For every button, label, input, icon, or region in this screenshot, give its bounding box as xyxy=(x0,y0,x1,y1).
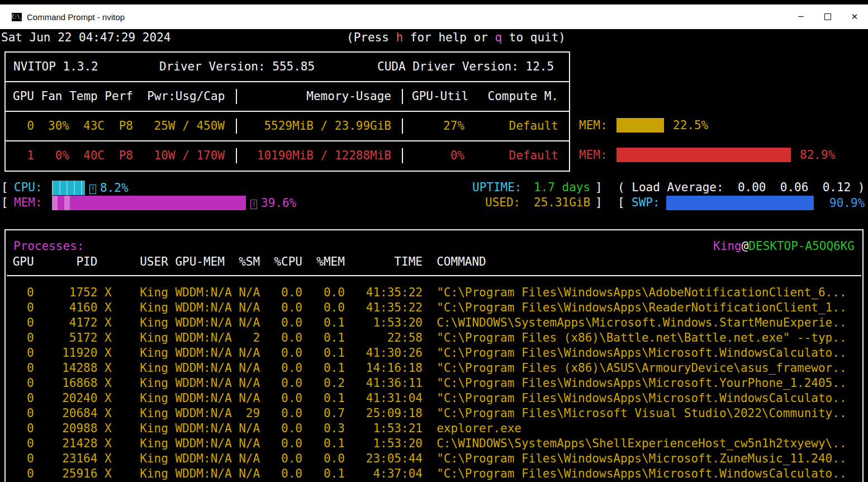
mem-percent: 39.6% xyxy=(261,196,296,210)
mem-gauge-label: MEM: xyxy=(579,111,608,140)
status-datetime: Sat Jun 22 04:47:29 2024 xyxy=(1,30,170,45)
user-host: King@DESKTOP-A5OQ6KG xyxy=(713,238,855,254)
help-key-h: h xyxy=(396,31,404,44)
process-row: 0 20684 X King WDDM:N/A 29 0.0 0.7 25:09… xyxy=(6,406,862,421)
mem-line: [ MEM: ?39.6% USED: 25.31GiB ] [ SWP: 90… xyxy=(0,195,868,210)
uptime-value: 1.7 days xyxy=(534,180,590,195)
processes-title-row: Processes: King@DESKTOP-A5OQ6KG xyxy=(6,238,862,254)
gpu-stats-header: GPU Fan Temp Perf Pwr:Usg/Cap xyxy=(6,89,236,104)
mem-percent: 82.9% xyxy=(800,148,835,162)
cpu-bar: ?8.2% xyxy=(52,181,454,195)
gpu-panel-title-row: NVITOP 1.3.2 Driver Version: 555.85 CUDA… xyxy=(6,53,569,81)
status-line: Sat Jun 22 04:47:29 2024 (Press h for he… xyxy=(0,30,868,45)
missing-glyph-icon: ? xyxy=(89,185,96,194)
process-row: 0 25916 X King WDDM:N/A N/A 0.0 0.1 4:37… xyxy=(6,466,862,481)
process-row: 0 21428 X King WDDM:N/A N/A 0.0 0.1 1:53… xyxy=(6,436,862,451)
compute-mode-header: Compute M. xyxy=(488,89,569,104)
username: King xyxy=(713,239,742,253)
process-row: 0 11920 X King WDDM:N/A N/A 0.0 0.1 41:3… xyxy=(6,346,862,361)
used-label: USED: xyxy=(485,195,520,210)
gpu0-mem-bar: 22.5% xyxy=(616,118,827,133)
mem-bar: ?39.6% xyxy=(52,196,542,210)
bracket: ] xyxy=(595,195,603,210)
driver-version: Driver Version: 555.85 xyxy=(159,53,315,81)
load-average: ( Load Average: 0.00 0.06 0.12 ) xyxy=(618,180,865,195)
window-controls: ─ ✕ xyxy=(788,4,868,29)
process-row: 0 4172 X King WDDM:N/A N/A 0.0 0.1 1:53:… xyxy=(6,315,862,330)
nvitop-version: NVITOP 1.3.2 xyxy=(13,53,98,81)
mem-label: MEM: xyxy=(14,195,42,210)
cpu-label: CPU: xyxy=(14,180,42,195)
cuda-version: CUDA Driver Version: 12.5 xyxy=(377,53,554,81)
cmd-prompt-icon: C:\_ xyxy=(12,13,22,21)
gpu-util-header: GPU-Util xyxy=(403,89,468,104)
processes-title: Processes: xyxy=(13,238,84,254)
gpu0-mem-gauge: MEM: 22.5% xyxy=(0,111,868,140)
process-row: 0 23164 X King WDDM:N/A N/A 0.0 0.0 23:0… xyxy=(6,451,862,466)
close-button[interactable]: ✕ xyxy=(841,4,868,29)
maximize-icon xyxy=(824,13,831,20)
process-row: 0 20988 X King WDDM:N/A N/A 0.0 0.3 1:53… xyxy=(6,421,862,436)
cpu-line: [ CPU: ?8.2% UPTIME: 1.7 days ] ( Load A… xyxy=(0,180,868,195)
process-row: 0 20240 X King WDDM:N/A N/A 0.0 0.1 41:3… xyxy=(6,391,862,406)
missing-glyph-icon: ? xyxy=(250,200,257,209)
process-rows: 0 1752 X King WDDM:N/A N/A 0.0 0.0 41:35… xyxy=(6,285,862,481)
hostname: DESKTOP-A5OQ6KG xyxy=(748,239,855,253)
window-titlebar[interactable]: C:\_ Command Prompt - nvitop ─ ✕ xyxy=(0,4,868,29)
swap-bar: 90.9% xyxy=(666,196,828,210)
gpu1-mem-gauge: MEM: 82.9% xyxy=(0,140,868,170)
process-row: 0 4160 X King WDDM:N/A N/A 0.0 0.0 41:35… xyxy=(6,300,862,315)
bracket: [ xyxy=(1,195,8,210)
cpu-percent: 8.2% xyxy=(100,181,129,195)
bracket: [ xyxy=(1,180,8,195)
mem-gauge-label: MEM: xyxy=(579,140,608,170)
process-row: 0 5172 X King WDDM:N/A 2 0.0 0.1 22:58 "… xyxy=(6,330,862,346)
bracket: ] xyxy=(595,180,603,195)
maximize-button[interactable] xyxy=(814,4,841,29)
window-title: Command Prompt - nvitop xyxy=(27,12,125,22)
memory-usage-header: Memory-Usage xyxy=(236,89,402,104)
process-row: 0 1752 X King WDDM:N/A N/A 0.0 0.0 41:35… xyxy=(6,285,862,300)
mem-percent: 22.5% xyxy=(673,119,708,132)
help-text: (Press h for help or q to quit) xyxy=(347,30,566,45)
process-header-line: GPU PID USER GPU-MEM %SM %CPU %MEM TIME … xyxy=(6,254,862,270)
terminal[interactable]: Sat Jun 22 04:47:29 2024 (Press h for he… xyxy=(0,29,868,482)
used-value: 25.31GiB xyxy=(534,195,590,210)
uptime-label: UPTIME: xyxy=(472,180,522,195)
swap-percent: 90.9% xyxy=(829,196,865,210)
minimize-button[interactable]: ─ xyxy=(788,4,814,29)
process-row: 0 16868 X King WDDM:N/A N/A 0.0 0.2 41:3… xyxy=(6,376,862,391)
bracket: [ xyxy=(618,195,625,210)
swap-label: SWP: xyxy=(632,195,660,210)
process-divider xyxy=(7,275,861,276)
gpu-table-header: GPU Fan Temp Perf Pwr:Usg/Cap Memory-Usa… xyxy=(6,81,569,111)
gpu1-mem-bar: 82.9% xyxy=(616,148,827,162)
process-row: 0 14288 X King WDDM:N/A N/A 0.0 0.1 14:1… xyxy=(6,361,862,376)
help-key-q: q xyxy=(495,31,502,44)
util-mode-header: GPU-Util Compute M. xyxy=(402,89,569,104)
processes-panel: Processes: King@DESKTOP-A5OQ6KG GPU PID … xyxy=(4,229,864,482)
